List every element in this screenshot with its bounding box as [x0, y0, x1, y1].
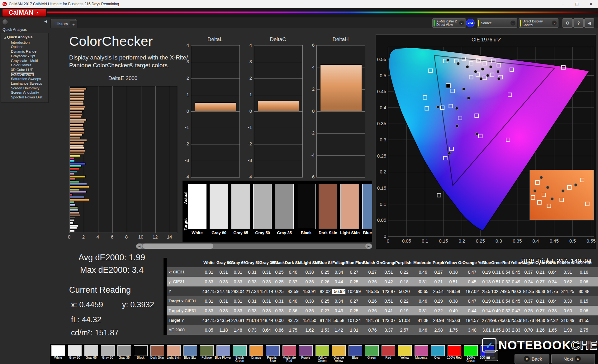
collapse-right-panel-button[interactable]: ◀ [584, 18, 594, 28]
table-cell[interactable]: 0.22 [395, 270, 413, 275]
table-cell[interactable]: 56.92 [332, 289, 345, 294]
table-cell[interactable]: 2.57 [395, 328, 413, 333]
sidebar-item-screen-angularity[interactable]: Screen Angularity [1, 90, 48, 95]
table-cell[interactable]: 0.46 [413, 328, 433, 333]
table-cell[interactable]: 2.98 [433, 328, 444, 333]
table-cell[interactable]: 0.86 [274, 328, 285, 333]
table-cell[interactable]: 0.15 [576, 299, 592, 304]
table-cell[interactable]: 217.34 [245, 289, 259, 294]
table-cell[interactable]: 0.24 [522, 279, 535, 284]
sidebar-item-spectral-power-dist-[interactable]: Spectral Power Dist. [1, 95, 48, 100]
table-cell[interactable]: 0.06 [576, 279, 592, 284]
table-cell[interactable]: 283.04 [231, 289, 245, 294]
table-cell[interactable]: 91.75 [545, 289, 560, 294]
table-cell[interactable]: 0.31 [259, 270, 274, 275]
table-cell[interactable]: 0.33 [545, 308, 560, 313]
table-cell[interactable]: 187.02 [463, 289, 482, 294]
sidebar-item-colorchecker[interactable]: ColorChecker [1, 72, 48, 77]
table-cell[interactable]: 0.32 [502, 279, 510, 284]
table-cell[interactable]: 86.38 [535, 289, 545, 294]
table-cell[interactable]: 0.27 [345, 270, 363, 275]
table-cell[interactable]: 0.27 [535, 279, 545, 284]
table-cell[interactable]: 0.31 [491, 299, 502, 304]
table-cell[interactable]: 102.71 [491, 289, 502, 294]
scrollbar-thumb[interactable] [143, 243, 213, 249]
table-cell[interactable]: 0.26 [363, 299, 382, 304]
table-cell[interactable]: 434.15 [202, 289, 216, 294]
table-cell[interactable]: 0.33 [245, 279, 259, 284]
table-cell[interactable]: 0.21 [535, 270, 545, 275]
display-control-dropdown[interactable]: Direct Display Control ▼ [519, 18, 558, 28]
table-cell[interactable]: 0.25 [345, 279, 363, 284]
table-cell[interactable]: 347.46 [216, 289, 231, 294]
close-button[interactable]: ✕ [584, 0, 598, 8]
swatch-scrollbar[interactable]: ◀ ▶ [136, 243, 372, 249]
table-cell[interactable]: 51.03 [395, 318, 413, 323]
table-cell[interactable]: 255.99 [510, 318, 522, 323]
sidebar-item-dynamic-range[interactable]: Dynamic Range [1, 49, 48, 54]
help-button[interactable]: ? [573, 18, 584, 28]
table-cell[interactable]: 0.45 [510, 299, 522, 304]
table-cell[interactable]: 0.33 [231, 308, 245, 313]
table-cell[interactable]: 0.38 [301, 299, 318, 304]
table-cell[interactable]: 1.62 [301, 328, 318, 333]
table-cell[interactable]: 2.75 [576, 328, 592, 333]
table-cell[interactable]: 0.36 [285, 308, 301, 313]
table-cell[interactable]: 101.24 [345, 318, 363, 323]
scroll-right-button[interactable]: ▶ [365, 243, 372, 249]
table-cell[interactable]: 0.33 [202, 308, 216, 313]
source-dropdown[interactable]: Source ▼ [477, 18, 517, 28]
table-cell[interactable]: 50.20 [395, 289, 413, 294]
table-cell[interactable]: 0.34 [332, 270, 345, 275]
table-cell[interactable]: 1.65 [491, 328, 502, 333]
table-cell[interactable]: 343.54 [216, 318, 231, 323]
table-cell[interactable]: 0.37 [285, 279, 301, 284]
minimize-button[interactable]: – [556, 0, 570, 8]
table-cell[interactable]: 0.37 [522, 270, 535, 275]
table-cell[interactable]: 28.98 [433, 318, 444, 323]
table-cell[interactable]: 213.18 [245, 318, 259, 323]
table-cell[interactable]: 0.46 [413, 299, 433, 304]
table-cell[interactable]: 151.50 [301, 318, 318, 323]
table-cell[interactable]: 153.91 [301, 289, 318, 294]
table-cell[interactable]: 0.34 [545, 279, 560, 284]
table-cell[interactable]: 0.31 [259, 299, 274, 304]
sidebar-item-introduction[interactable]: Introduction [1, 40, 48, 45]
table-cell[interactable]: 0.43 [332, 308, 345, 313]
table-cell[interactable]: 0.33 [259, 279, 274, 284]
table-cell[interactable]: 27.10 [482, 318, 491, 323]
settings-button[interactable]: ⚙ [562, 18, 573, 28]
table-cell[interactable]: 0.36 [363, 279, 382, 284]
sidebar-item-grayscale-multi[interactable]: Grayscale - Multi [1, 59, 48, 63]
table-cell[interactable]: 1.26 [535, 328, 545, 333]
table-cell[interactable]: 0.64 [545, 299, 560, 304]
table-cell[interactable]: 0.85 [202, 328, 216, 333]
table-cell[interactable]: 1.42 [332, 328, 345, 333]
table-cell[interactable]: 0.47 [510, 308, 522, 313]
table-cell[interactable]: 0.51 [491, 279, 502, 284]
table-cell[interactable]: 0.70 [522, 328, 535, 333]
table-cell[interactable]: 0.46 [413, 270, 433, 275]
table-cell[interactable]: 0.27 [363, 270, 382, 275]
table-cell[interactable]: 1.75 [444, 328, 463, 333]
calman-logo-button[interactable]: CalMAN ▼ [2, 9, 46, 17]
table-cell[interactable]: 0.73 [245, 328, 259, 333]
table-cell[interactable]: 0.33 [245, 308, 259, 313]
table-cell[interactable]: 1.53 [318, 328, 332, 333]
table-cell[interactable]: 0.60 [560, 308, 576, 313]
table-cell[interactable]: 0.44 [463, 308, 482, 313]
table-cell[interactable]: 99.74 [491, 318, 502, 323]
table-cell[interactable]: 0.26 [318, 279, 332, 284]
table-cell[interactable]: 0.54 [502, 270, 510, 275]
table-cell[interactable]: 50.63 [502, 318, 510, 323]
table-cell[interactable]: 80.65 [413, 289, 433, 294]
sidebar-round-button[interactable] [2, 19, 8, 25]
table-cell[interactable]: 81.18 [318, 318, 332, 323]
table-cell[interactable]: 0.19 [395, 308, 413, 313]
table-cell[interactable]: 0.34 [332, 299, 345, 304]
table-cell[interactable]: 0.13 [482, 279, 491, 284]
table-cell[interactable]: 3.40 [463, 328, 482, 333]
table-cell[interactable]: 0.22 [395, 299, 413, 304]
table-cell[interactable]: 30.48 [576, 289, 592, 294]
table-cell[interactable]: 0.36 [301, 308, 318, 313]
